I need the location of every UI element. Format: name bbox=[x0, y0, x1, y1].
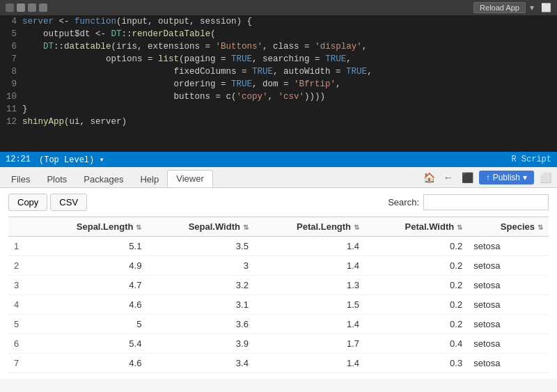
column-header-sepal-length[interactable]: Sepal.Length⇅ bbox=[33, 217, 148, 237]
code-content: server <- function(input, output, sessio… bbox=[22, 17, 252, 26]
viewer-maximize-icon[interactable]: ⬜ bbox=[537, 171, 554, 185]
code-line: 5 output$dt <- DT::renderDataTable( bbox=[0, 28, 557, 40]
code-content: options = list(paging = TRUE, searching … bbox=[22, 54, 352, 64]
table-cell: 1.3 bbox=[254, 276, 365, 295]
sort-icon: ⇅ bbox=[243, 224, 249, 231]
sort-icon: ⇅ bbox=[457, 224, 462, 231]
line-number: 12 bbox=[0, 117, 22, 127]
table-cell: 3.6 bbox=[147, 315, 254, 334]
code-content: } bbox=[22, 104, 28, 114]
table-cell: 0.2 bbox=[365, 276, 468, 295]
code-line: 6 DT::datatable(iris, extensions = 'Butt… bbox=[0, 40, 557, 53]
table-cell: 3.5 bbox=[147, 237, 254, 256]
table-cell: 3.1 bbox=[147, 295, 254, 315]
context-dropdown-icon[interactable]: ▾ bbox=[99, 155, 104, 165]
reload-app-button[interactable]: Reload App bbox=[473, 2, 526, 13]
viewer-toolbar: Copy CSV Search: bbox=[8, 194, 549, 211]
table-cell: 0.4 bbox=[365, 334, 468, 354]
column-header-sepal-width[interactable]: Sepal.Width⇅ bbox=[147, 217, 254, 237]
table-cell: 5 bbox=[33, 315, 148, 334]
line-number: 11 bbox=[0, 104, 22, 114]
code-content: output$dt <- DT::renderDataTable( bbox=[22, 29, 216, 39]
search-label: Search: bbox=[388, 197, 419, 207]
table-row: 65.43.91.70.4setosa bbox=[8, 334, 549, 354]
search-area: Search: bbox=[388, 194, 549, 210]
viewer-stop-icon[interactable]: ⬛ bbox=[459, 171, 476, 185]
table-cell: 3.4 bbox=[147, 354, 254, 373]
reload-bar: Reload App ▾ ⬜ bbox=[0, 0, 557, 15]
table-row: 44.63.11.50.2setosa bbox=[8, 295, 549, 315]
tab-viewer[interactable]: Viewer bbox=[167, 170, 213, 187]
expand-icon[interactable]: ⬜ bbox=[541, 3, 551, 13]
publish-icon: ↑ bbox=[486, 173, 490, 182]
code-line: 11} bbox=[0, 103, 557, 116]
publish-button[interactable]: ↑ Publish ▾ bbox=[479, 171, 534, 185]
code-line: 4server <- function(input, output, sessi… bbox=[0, 15, 557, 28]
table-cell: 4.7 bbox=[33, 276, 148, 295]
line-number: 7 bbox=[0, 54, 22, 64]
search-input[interactable] bbox=[423, 194, 549, 210]
data-table: Sepal.Length⇅Sepal.Width⇅Petal.Length⇅Pe… bbox=[8, 217, 549, 373]
line-number: 8 bbox=[0, 67, 22, 77]
table-cell: 1.4 bbox=[254, 315, 365, 334]
settings-icon[interactable] bbox=[28, 3, 36, 12]
table-cell: setosa bbox=[468, 295, 549, 315]
status-time: 12:21 bbox=[6, 155, 31, 165]
column-header-species[interactable]: Species⇅ bbox=[468, 217, 549, 237]
line-number: 10 bbox=[0, 92, 22, 102]
code-content: fixedColumns = TRUE, autoWidth = TRUE, bbox=[22, 67, 372, 77]
line-number: 4 bbox=[0, 17, 22, 26]
source-icon[interactable] bbox=[39, 3, 47, 12]
table-cell: 3 bbox=[8, 276, 33, 295]
table-row: 15.13.51.40.2setosa bbox=[8, 237, 549, 256]
table-cell: 4.6 bbox=[33, 354, 148, 373]
tab-packages[interactable]: Packages bbox=[75, 171, 132, 187]
table-cell: 3.9 bbox=[147, 334, 254, 354]
stop-icon[interactable] bbox=[17, 3, 25, 12]
line-number: 9 bbox=[0, 79, 22, 89]
table-cell: setosa bbox=[468, 354, 549, 373]
table-cell: setosa bbox=[468, 334, 549, 354]
column-header-petal-length[interactable]: Petal.Length⇅ bbox=[254, 217, 365, 237]
code-line: 7 options = list(paging = TRUE, searchin… bbox=[0, 53, 557, 65]
tab-files[interactable]: Files bbox=[3, 171, 38, 187]
table-cell: 1.4 bbox=[254, 354, 365, 373]
toolbar-icons bbox=[6, 3, 47, 12]
table-cell: 5.4 bbox=[33, 334, 148, 354]
reload-dropdown-icon[interactable]: ▾ bbox=[530, 3, 534, 13]
table-cell: 1.7 bbox=[254, 334, 365, 354]
code-line: 9 ordering = TRUE, dom = 'Bfrtip', bbox=[0, 78, 557, 91]
table-cell: 1.4 bbox=[254, 256, 365, 276]
code-content: shinyApp(ui, server) bbox=[22, 117, 127, 127]
copy-button[interactable]: Copy bbox=[8, 194, 47, 211]
csv-button[interactable]: CSV bbox=[50, 194, 87, 211]
run-icon[interactable] bbox=[6, 3, 14, 12]
table-cell: 7 bbox=[8, 354, 33, 373]
tab-bar: FilesPlotsPackagesHelpViewer 🏠 ← ⬛ ↑ Pub… bbox=[0, 167, 557, 188]
table-cell: 2 bbox=[8, 256, 33, 276]
viewer-home-icon[interactable]: 🏠 bbox=[421, 171, 438, 185]
table-cell: 5 bbox=[8, 315, 33, 334]
viewer-back-icon[interactable]: ← bbox=[441, 171, 456, 185]
tab-plots[interactable]: Plots bbox=[38, 171, 75, 187]
table-cell: 1 bbox=[8, 237, 33, 256]
line-number: 5 bbox=[0, 29, 22, 39]
table-cell: 0.2 bbox=[365, 256, 468, 276]
table-cell: 0.2 bbox=[365, 295, 468, 315]
code-content: ordering = TRUE, dom = 'Bfrtip', bbox=[22, 79, 341, 89]
table-cell: 4.9 bbox=[33, 256, 148, 276]
sort-icon: ⇅ bbox=[136, 224, 141, 231]
tab-help[interactable]: Help bbox=[132, 171, 167, 187]
table-cell: 0.3 bbox=[365, 354, 468, 373]
table-row: 34.73.21.30.2setosa bbox=[8, 276, 549, 295]
table-cell: 1.4 bbox=[254, 237, 365, 256]
publish-dropdown-icon[interactable]: ▾ bbox=[523, 173, 527, 182]
table-cell: 1.5 bbox=[254, 295, 365, 315]
code-line: 10 buttons = c('copy', 'csv')))) bbox=[0, 91, 557, 103]
table-row: 74.63.41.40.3setosa bbox=[8, 354, 549, 373]
code-editor[interactable]: 4server <- function(input, output, sessi… bbox=[0, 15, 557, 152]
status-context: (Top Level) ▾ bbox=[39, 155, 104, 165]
code-line: 12shinyApp(ui, server) bbox=[0, 116, 557, 128]
column-header-petal-width[interactable]: Petal.Width⇅ bbox=[365, 217, 468, 237]
table-cell: setosa bbox=[468, 237, 549, 256]
